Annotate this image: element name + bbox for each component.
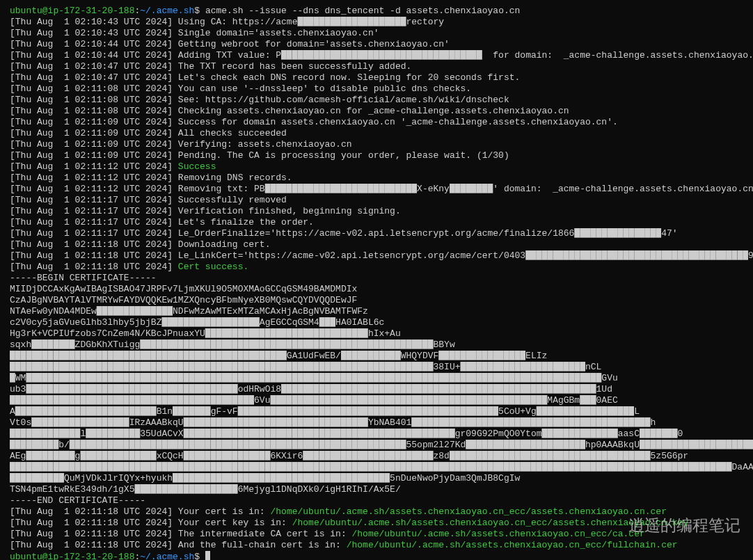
log-line: [Thu Aug 1 02:11:17 UTC 2024] Verificati… (10, 206, 746, 217)
log-message: You can use '--dnssleep' to disable publ… (173, 83, 471, 94)
log-message: And the full-chain cert is in: (173, 540, 347, 550)
cert-line: █WM█████████████████████████████████████… (10, 373, 746, 384)
timestamp: [Thu Aug 1 02:10:44 UTC 2024] (10, 39, 173, 49)
cert-line: c2V0cy5jaGVueGlhb3lhby5jbjBZ████████████… (10, 317, 746, 328)
cursor-icon (205, 551, 210, 560)
log-message: Pending. The CA is processing your order… (173, 150, 509, 161)
timestamp: [Thu Aug 1 02:11:17 UTC 2024] (10, 217, 173, 227)
log-line: [Thu Aug 1 02:11:09 UTC 2024] Verifying:… (10, 139, 746, 150)
log-line: [Thu Aug 1 02:11:17 UTC 2024] Let's fina… (10, 217, 746, 228)
timestamp: [Thu Aug 1 02:11:18 UTC 2024] (10, 239, 173, 250)
log-message: Your cert key is in: (173, 518, 292, 528)
log-line: [Thu Aug 1 02:10:43 UTC 2024] Single dom… (10, 28, 746, 39)
log-message: All checks succeeded (173, 128, 287, 138)
cert-line: TSN4pmE1twRkE349dh/1gX5█████████████████… (10, 484, 746, 495)
log-output: [Thu Aug 1 02:10:43 UTC 2024] Using CA: … (10, 17, 746, 273)
log-line: [Thu Aug 1 02:11:09 UTC 2024] Pending. T… (10, 150, 746, 161)
cert-line: NTAeFw0yNDA4MDEw██████████████NDFwMzAwMT… (10, 306, 746, 317)
cert-path: /home/ubuntu/.acme.sh/assets.chenxiaoyao… (292, 518, 689, 528)
cert-line: sqxh████████ZDGbKhXTuigg████████████████… (10, 339, 746, 351)
log-message: Let's check each DNS record now. Sleepin… (173, 72, 520, 83)
cert-path: /home/ubuntu/.acme.sh/assets.chenxiaoyao… (352, 529, 645, 539)
log-message: Le_OrderFinalize='https://acme-v02.api.l… (173, 228, 678, 239)
success-text: Success (178, 161, 216, 172)
prompt-line: ubuntu@ip-172-31-20-188:~/.acme.sh$ acme… (10, 6, 746, 17)
log-line: [Thu Aug 1 02:11:17 UTC 2024] Successful… (10, 195, 746, 206)
log-message (173, 161, 178, 172)
success-text: Cert success. (178, 262, 248, 272)
timestamp: [Thu Aug 1 02:11:18 UTC 2024] (10, 529, 173, 539)
timestamp: [Thu Aug 1 02:10:43 UTC 2024] (10, 17, 173, 27)
timestamp: [Thu Aug 1 02:11:18 UTC 2024] (10, 518, 173, 528)
post-cert-output: [Thu Aug 1 02:11:18 UTC 2024] Your cert … (10, 506, 746, 551)
cert-line: ████████████████████████████████████████… (10, 462, 746, 473)
log-message: Using CA: https://acme██████████████████… (173, 17, 444, 27)
cert-line: ████████████████████████████████████████… (10, 351, 746, 362)
log-message (173, 262, 178, 272)
log-message: Adding TXT value: P█████████████████████… (173, 50, 753, 61)
timestamp: [Thu Aug 1 02:11:08 UTC 2024] (10, 83, 173, 94)
timestamp: [Thu Aug 1 02:11:09 UTC 2024] (10, 150, 173, 161)
log-message: The TXT record has been successfully add… (173, 61, 411, 72)
log-line: [Thu Aug 1 02:10:47 UTC 2024] Let's chec… (10, 72, 746, 83)
prompt-path: ~/.acme.sh (140, 552, 194, 560)
log-message: Getting webroot for domain='assets.chenx… (173, 39, 450, 49)
log-line: [Thu Aug 1 02:11:18 UTC 2024] Your cert … (10, 506, 746, 518)
timestamp: [Thu Aug 1 02:11:17 UTC 2024] (10, 228, 173, 239)
cert-line: CzAJBgNVBAYTAlVTMRYwFAYDVQQKEw1MZXQncyBF… (10, 295, 746, 306)
prompt-path: ~/.acme.sh (140, 6, 194, 16)
prompt-line-end: ubuntu@ip-172-31-20-188:~/.acme.sh$ (10, 551, 746, 560)
timestamp: [Thu Aug 1 02:11:09 UTC 2024] (10, 139, 173, 150)
cert-line: Vt0s██████████████████IRzAAABkqU████████… (10, 417, 746, 429)
log-message: Removing DNS records. (173, 173, 292, 183)
cert-line: ████████████████████████████████████████… (10, 362, 746, 373)
log-line: [Thu Aug 1 02:11:08 UTC 2024] See: https… (10, 95, 746, 106)
cert-line: A██████████████████████████B1n███████gF-… (10, 406, 746, 417)
log-line: [Thu Aug 1 02:11:12 UTC 2024] Removing t… (10, 184, 746, 195)
cert-line: -----END CERTIFICATE----- (10, 495, 746, 506)
timestamp: [Thu Aug 1 02:11:12 UTC 2024] (10, 173, 173, 183)
timestamp: [Thu Aug 1 02:11:17 UTC 2024] (10, 206, 173, 216)
cert-line: ub3█████████████████████████████████████… (10, 384, 746, 395)
timestamp: [Thu Aug 1 02:10:43 UTC 2024] (10, 28, 173, 38)
log-message: Successfully removed (173, 195, 287, 205)
timestamp: [Thu Aug 1 02:11:18 UTC 2024] (10, 262, 173, 272)
timestamp: [Thu Aug 1 02:11:09 UTC 2024] (10, 117, 173, 127)
timestamp: [Thu Aug 1 02:11:18 UTC 2024] (10, 506, 173, 517)
cert-path: /home/ubuntu/.acme.sh/assets.chenxiaoyao… (347, 540, 678, 550)
log-message: Removing txt: PB████████████████████████… (173, 184, 753, 194)
log-line: [Thu Aug 1 02:11:08 UTC 2024] Checking a… (10, 106, 746, 117)
log-line: [Thu Aug 1 02:10:47 UTC 2024] The TXT re… (10, 61, 746, 72)
log-line: [Thu Aug 1 02:11:18 UTC 2024] The interm… (10, 529, 746, 540)
timestamp: [Thu Aug 1 02:11:12 UTC 2024] (10, 184, 173, 194)
timestamp: [Thu Aug 1 02:10:47 UTC 2024] (10, 61, 173, 72)
log-message: Le_LinkCert='https://acme-v02.api.letsen… (173, 250, 753, 261)
certificate-block: -----BEGIN CERTIFICATE-----MIIDjDCCAxKgA… (10, 273, 746, 506)
log-line: [Thu Aug 1 02:11:12 UTC 2024] Success (10, 161, 746, 173)
log-message: Verifying: assets.chenxiaoyao.cn (173, 139, 351, 150)
prompt-user: ubuntu@ip-172-31-20-188 (10, 6, 134, 16)
log-message: The intermediate CA cert is in: (173, 529, 351, 539)
log-line: [Thu Aug 1 02:11:18 UTC 2024] And the fu… (10, 540, 746, 551)
log-line: [Thu Aug 1 02:10:44 UTC 2024] Getting we… (10, 39, 746, 50)
cert-line: █████████████l██████████35UdACvX████████… (10, 429, 746, 440)
log-line: [Thu Aug 1 02:11:18 UTC 2024] Cert succe… (10, 262, 746, 273)
timestamp: [Thu Aug 1 02:11:12 UTC 2024] (10, 161, 173, 172)
timestamp: [Thu Aug 1 02:11:09 UTC 2024] (10, 128, 173, 138)
log-message: Your cert is in: (173, 506, 270, 517)
timestamp: [Thu Aug 1 02:11:18 UTC 2024] (10, 540, 173, 550)
cert-line: ████████████████████████████████████████… (10, 395, 746, 406)
log-message: Downloading cert. (173, 239, 270, 250)
terminal-window[interactable]: ubuntu@ip-172-31-20-188:~/.acme.sh$ acme… (0, 0, 753, 560)
log-line: [Thu Aug 1 02:11:18 UTC 2024] Your cert … (10, 518, 746, 529)
prompt-user: ubuntu@ip-172-31-20-188 (10, 552, 134, 560)
cert-path: /home/ubuntu/.acme.sh/assets.chenxiaoyao… (270, 506, 667, 517)
log-line: [Thu Aug 1 02:11:09 UTC 2024] All checks… (10, 128, 746, 139)
log-message: Verification finished, beginning signing… (173, 206, 401, 216)
cert-line: Hg3rK+VCPIUfzobs7CnZem4N/KBcJPnuaxYU████… (10, 328, 746, 339)
log-line: [Thu Aug 1 02:11:18 UTC 2024] Le_LinkCer… (10, 250, 746, 262)
log-line: [Thu Aug 1 02:11:09 UTC 2024] Success fo… (10, 117, 746, 128)
log-message: Success for domain assets.chenxiaoyao.cn… (173, 117, 618, 127)
timestamp: [Thu Aug 1 02:11:17 UTC 2024] (10, 195, 173, 205)
cert-line: -----BEGIN CERTIFICATE----- (10, 273, 746, 284)
